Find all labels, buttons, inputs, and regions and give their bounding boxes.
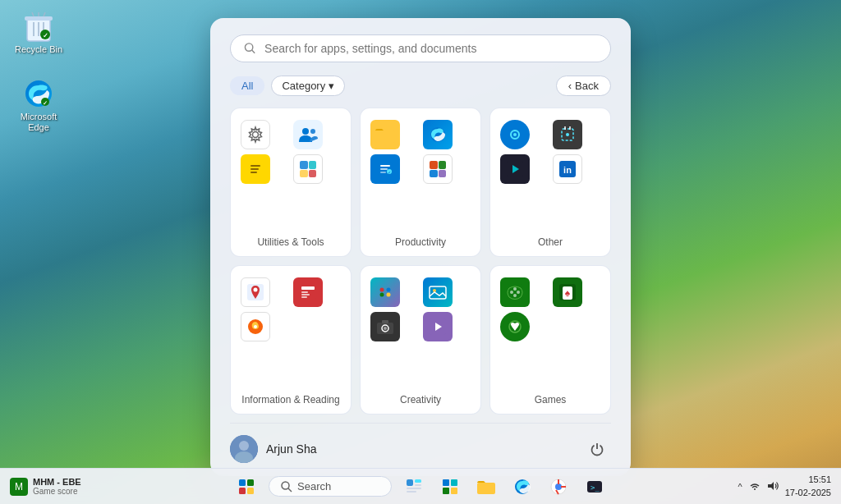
taskbar-search-label: Search (297, 480, 331, 493)
svg-point-65 (387, 293, 391, 297)
svg-rect-66 (430, 286, 446, 299)
user-avatar (230, 435, 258, 463)
search-input[interactable] (264, 42, 597, 55)
svg-rect-97 (407, 491, 416, 493)
movies-tv-icon (500, 154, 530, 184)
empty-slot-games (553, 312, 582, 341)
svg-rect-37 (439, 161, 446, 169)
svg-rect-19 (250, 165, 260, 167)
svg-point-85 (239, 441, 249, 451)
start-menu: All Category ▾ ‹ Back (210, 18, 631, 476)
svg-rect-56 (301, 291, 308, 293)
active-app-name: MHM - EBE (33, 477, 81, 487)
svg-point-64 (380, 293, 384, 297)
svg-point-78 (513, 294, 517, 297)
svg-rect-95 (415, 484, 421, 486)
svg-rect-100 (443, 488, 449, 494)
active-app-sublabel: Game score (33, 487, 81, 496)
user-profile-btn[interactable]: Arjun Sha (230, 435, 316, 463)
active-app-info: MHM - EBE Game score (33, 477, 81, 496)
category-information-reading[interactable]: Information & Reading (230, 265, 352, 415)
people-icon (293, 120, 323, 149)
category-productivity[interactable]: ✓ Productivity (360, 108, 481, 257)
svg-point-15 (253, 132, 259, 138)
svg-point-17 (310, 129, 315, 134)
cortana-orange-icon (241, 312, 270, 341)
productivity-label: Productivity (370, 236, 471, 248)
svg-rect-90 (247, 488, 254, 494)
svg-rect-21 (250, 172, 257, 173)
svg-point-62 (380, 288, 384, 292)
svg-text:✓: ✓ (43, 100, 48, 106)
user-name-label: Arjun Sha (266, 442, 316, 456)
recycle-bin-label: Recycle Bin (15, 44, 62, 55)
svg-rect-32 (380, 172, 386, 173)
svg-point-60 (254, 325, 257, 328)
linkedin-icon: in (553, 154, 582, 184)
svg-rect-98 (443, 479, 449, 486)
svg-rect-31 (380, 168, 388, 170)
svg-rect-102 (477, 483, 495, 494)
taskbar-search[interactable]: Search (269, 476, 392, 497)
xbox-gamepass-icon (500, 277, 530, 307)
category-other[interactable]: in Other (489, 108, 611, 257)
svg-point-61 (379, 286, 392, 299)
svg-text:✓: ✓ (388, 170, 391, 175)
taskbar-left: M MHM - EBE Game score (10, 477, 81, 496)
edge-taskbar-button[interactable] (508, 473, 536, 501)
category-games[interactable]: ♠ Games (489, 265, 611, 415)
search-bar[interactable] (230, 34, 611, 62)
volume-icon[interactable] (767, 480, 779, 493)
svg-point-105 (555, 483, 562, 490)
svg-rect-55 (301, 286, 315, 290)
file-explorer-button[interactable] (472, 473, 500, 501)
svg-line-92 (288, 488, 292, 492)
taskbar-center: Search (232, 473, 609, 501)
file-explorer-icon (370, 120, 400, 149)
svg-line-14 (252, 50, 255, 53)
back-btn[interactable]: ‹ Back (556, 76, 611, 96)
taskbar: M MHM - EBE Game score (0, 468, 841, 504)
system-clock[interactable]: 15:51 17-02-2025 (785, 474, 831, 499)
svg-text:♠: ♠ (565, 287, 571, 299)
user-bar: Arjun Sha (230, 423, 611, 463)
svg-rect-57 (301, 294, 310, 296)
all-filter-btn[interactable]: All (230, 76, 264, 95)
filter-left: All Category ▾ (230, 76, 345, 96)
category-creativity[interactable]: Creativity (360, 265, 481, 415)
svg-text:✓: ✓ (43, 32, 48, 39)
solitaire-icon: ♠ (553, 277, 582, 307)
category-utilities-tools[interactable]: Utilities & Tools (230, 108, 352, 257)
edge-icon (423, 120, 453, 149)
svg-point-13 (245, 44, 252, 51)
svg-rect-58 (301, 296, 307, 298)
show-hidden-icons-btn[interactable]: ^ (738, 482, 742, 492)
svg-rect-93 (407, 479, 413, 486)
chevron-down-icon: ▾ (329, 80, 334, 92)
store-button[interactable] (436, 473, 464, 501)
svg-marker-108 (768, 482, 774, 490)
svg-rect-38 (430, 170, 438, 177)
svg-rect-101 (451, 488, 457, 494)
svg-line-3 (44, 12, 45, 16)
svg-line-2 (32, 12, 34, 16)
svg-rect-20 (250, 168, 259, 170)
svg-rect-23 (300, 161, 308, 169)
widgets-button[interactable] (400, 473, 428, 501)
desktop: ✓ Recycle Bin ✓ Microsoft Edge (0, 0, 841, 504)
category-filter-btn[interactable]: Category ▾ (271, 76, 345, 96)
svg-rect-25 (300, 170, 308, 177)
svg-point-16 (302, 128, 309, 135)
power-button[interactable] (583, 435, 611, 463)
terminal-button[interactable]: >_ (581, 473, 609, 501)
browser-button[interactable] (545, 473, 572, 501)
svg-rect-89 (239, 488, 246, 494)
categories-grid: Utilities & Tools (230, 108, 611, 415)
search-icon (244, 42, 256, 55)
edge-desktop-icon[interactable]: ✓ Microsoft Edge (10, 74, 67, 136)
network-icon[interactable] (749, 480, 761, 493)
recycle-bin-icon[interactable]: ✓ Recycle Bin (10, 7, 67, 58)
to-do-icon: ✓ (370, 154, 400, 184)
start-button[interactable] (232, 473, 260, 501)
svg-point-71 (384, 327, 387, 330)
